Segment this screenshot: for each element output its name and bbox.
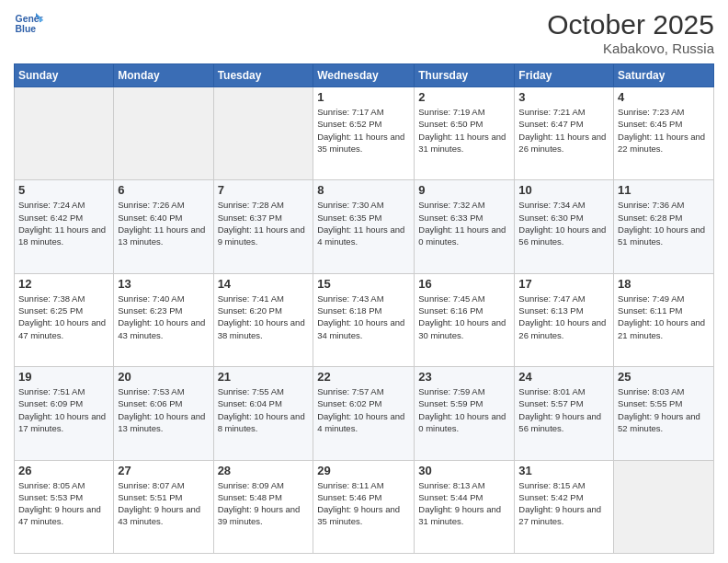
calendar-cell: 3Sunrise: 7:21 AMSunset: 6:47 PMDaylight…	[515, 87, 614, 180]
day-info: Sunrise: 8:05 AMSunset: 5:53 PMDaylight:…	[18, 479, 109, 528]
calendar-cell: 6Sunrise: 7:26 AMSunset: 6:40 PMDaylight…	[114, 180, 213, 273]
calendar-cell: 10Sunrise: 7:34 AMSunset: 6:30 PMDayligh…	[515, 180, 614, 273]
calendar-header-row: Sunday Monday Tuesday Wednesday Thursday…	[15, 64, 714, 87]
day-info: Sunrise: 7:17 AMSunset: 6:52 PMDaylight:…	[317, 106, 410, 155]
day-info: Sunrise: 7:51 AMSunset: 6:09 PMDaylight:…	[18, 385, 109, 434]
col-monday: Monday	[114, 64, 213, 87]
col-friday: Friday	[515, 64, 614, 87]
calendar-cell	[15, 87, 114, 180]
day-info: Sunrise: 8:09 AMSunset: 5:48 PMDaylight:…	[218, 479, 310, 528]
day-number: 18	[618, 277, 710, 291]
svg-text:Blue: Blue	[16, 24, 37, 34]
day-number: 3	[518, 90, 609, 104]
calendar-cell: 20Sunrise: 7:53 AMSunset: 6:06 PMDayligh…	[114, 367, 213, 460]
day-info: Sunrise: 7:45 AMSunset: 6:16 PMDaylight:…	[418, 293, 510, 341]
day-number: 2	[418, 90, 510, 104]
day-number: 7	[218, 183, 310, 197]
day-number: 5	[18, 183, 109, 197]
location-subtitle: Kabakovo, Russia	[547, 40, 714, 56]
calendar-week-5: 26Sunrise: 8:05 AMSunset: 5:53 PMDayligh…	[15, 460, 714, 553]
day-info: Sunrise: 7:23 AMSunset: 6:45 PMDaylight:…	[618, 106, 710, 155]
header: General Blue October 2025 Kabakovo, Russ…	[14, 9, 714, 56]
day-number: 13	[118, 277, 209, 291]
day-number: 12	[18, 277, 109, 291]
day-number: 20	[118, 370, 209, 384]
calendar-week-3: 12Sunrise: 7:38 AMSunset: 6:25 PMDayligh…	[15, 273, 714, 366]
day-number: 6	[118, 183, 209, 197]
day-number: 11	[618, 183, 710, 197]
calendar-cell: 15Sunrise: 7:43 AMSunset: 6:18 PMDayligh…	[313, 273, 415, 366]
day-info: Sunrise: 7:24 AMSunset: 6:42 PMDaylight:…	[18, 199, 109, 247]
calendar-cell: 16Sunrise: 7:45 AMSunset: 6:16 PMDayligh…	[415, 273, 515, 366]
day-number: 4	[618, 90, 710, 104]
calendar-cell	[213, 87, 313, 180]
day-number: 26	[18, 464, 109, 477]
calendar-cell: 21Sunrise: 7:55 AMSunset: 6:04 PMDayligh…	[213, 367, 313, 460]
day-info: Sunrise: 7:32 AMSunset: 6:33 PMDaylight:…	[418, 199, 510, 247]
title-section: October 2025 Kabakovo, Russia	[547, 9, 714, 56]
calendar-week-4: 19Sunrise: 7:51 AMSunset: 6:09 PMDayligh…	[15, 367, 714, 460]
day-number: 24	[518, 370, 609, 384]
calendar-cell: 30Sunrise: 8:13 AMSunset: 5:44 PMDayligh…	[415, 460, 515, 553]
day-number: 9	[418, 183, 510, 197]
col-thursday: Thursday	[415, 64, 515, 87]
calendar-cell: 26Sunrise: 8:05 AMSunset: 5:53 PMDayligh…	[15, 460, 114, 553]
col-sunday: Sunday	[15, 64, 114, 87]
calendar-cell: 24Sunrise: 8:01 AMSunset: 5:57 PMDayligh…	[515, 367, 614, 460]
calendar-cell: 25Sunrise: 8:03 AMSunset: 5:55 PMDayligh…	[614, 367, 714, 460]
calendar-cell: 5Sunrise: 7:24 AMSunset: 6:42 PMDaylight…	[15, 180, 114, 273]
day-info: Sunrise: 7:28 AMSunset: 6:37 PMDaylight:…	[218, 199, 310, 247]
day-number: 30	[418, 464, 510, 477]
calendar-week-1: 1Sunrise: 7:17 AMSunset: 6:52 PMDaylight…	[15, 87, 714, 180]
day-info: Sunrise: 8:11 AMSunset: 5:46 PMDaylight:…	[317, 479, 410, 528]
day-info: Sunrise: 7:40 AMSunset: 6:23 PMDaylight:…	[118, 293, 209, 341]
day-info: Sunrise: 7:19 AMSunset: 6:50 PMDaylight:…	[418, 106, 510, 155]
col-tuesday: Tuesday	[213, 64, 313, 87]
day-info: Sunrise: 8:07 AMSunset: 5:51 PMDaylight:…	[118, 479, 209, 528]
calendar-table: Sunday Monday Tuesday Wednesday Thursday…	[14, 63, 714, 554]
calendar-cell: 23Sunrise: 7:59 AMSunset: 5:59 PMDayligh…	[415, 367, 515, 460]
day-number: 10	[518, 183, 609, 197]
day-number: 25	[618, 370, 710, 384]
day-number: 1	[317, 90, 410, 104]
day-number: 17	[518, 277, 609, 291]
day-info: Sunrise: 7:43 AMSunset: 6:18 PMDaylight:…	[317, 293, 410, 341]
day-info: Sunrise: 8:15 AMSunset: 5:42 PMDaylight:…	[518, 479, 609, 528]
day-info: Sunrise: 7:57 AMSunset: 6:02 PMDaylight:…	[317, 385, 410, 434]
day-info: Sunrise: 7:30 AMSunset: 6:35 PMDaylight:…	[317, 199, 410, 247]
calendar-cell: 13Sunrise: 7:40 AMSunset: 6:23 PMDayligh…	[114, 273, 213, 366]
day-info: Sunrise: 7:53 AMSunset: 6:06 PMDaylight:…	[118, 385, 209, 434]
calendar-cell: 7Sunrise: 7:28 AMSunset: 6:37 PMDaylight…	[213, 180, 313, 273]
day-number: 22	[317, 370, 410, 384]
calendar-cell: 19Sunrise: 7:51 AMSunset: 6:09 PMDayligh…	[15, 367, 114, 460]
calendar-cell: 2Sunrise: 7:19 AMSunset: 6:50 PMDaylight…	[415, 87, 515, 180]
day-number: 28	[218, 464, 310, 477]
calendar-cell: 9Sunrise: 7:32 AMSunset: 6:33 PMDaylight…	[415, 180, 515, 273]
logo-icon: General Blue	[14, 9, 43, 39]
day-info: Sunrise: 7:49 AMSunset: 6:11 PMDaylight:…	[618, 293, 710, 341]
calendar-cell: 31Sunrise: 8:15 AMSunset: 5:42 PMDayligh…	[515, 460, 614, 553]
col-wednesday: Wednesday	[313, 64, 415, 87]
day-number: 31	[518, 464, 609, 477]
calendar-cell: 1Sunrise: 7:17 AMSunset: 6:52 PMDaylight…	[313, 87, 415, 180]
calendar-cell: 4Sunrise: 7:23 AMSunset: 6:45 PMDaylight…	[614, 87, 714, 180]
calendar-cell	[114, 87, 213, 180]
day-number: 8	[317, 183, 410, 197]
calendar-cell: 27Sunrise: 8:07 AMSunset: 5:51 PMDayligh…	[114, 460, 213, 553]
day-number: 27	[118, 464, 209, 477]
day-info: Sunrise: 8:03 AMSunset: 5:55 PMDaylight:…	[618, 385, 710, 434]
calendar-cell: 18Sunrise: 7:49 AMSunset: 6:11 PMDayligh…	[614, 273, 714, 366]
page: General Blue October 2025 Kabakovo, Russ…	[0, 0, 728, 563]
day-number: 19	[18, 370, 109, 384]
calendar-cell: 12Sunrise: 7:38 AMSunset: 6:25 PMDayligh…	[15, 273, 114, 366]
calendar-cell	[614, 460, 714, 553]
calendar-week-2: 5Sunrise: 7:24 AMSunset: 6:42 PMDaylight…	[15, 180, 714, 273]
calendar-cell: 14Sunrise: 7:41 AMSunset: 6:20 PMDayligh…	[213, 273, 313, 366]
day-info: Sunrise: 7:36 AMSunset: 6:28 PMDaylight:…	[618, 199, 710, 247]
day-info: Sunrise: 7:21 AMSunset: 6:47 PMDaylight:…	[518, 106, 609, 155]
day-number: 21	[218, 370, 310, 384]
day-info: Sunrise: 7:47 AMSunset: 6:13 PMDaylight:…	[518, 293, 609, 341]
calendar-cell: 11Sunrise: 7:36 AMSunset: 6:28 PMDayligh…	[614, 180, 714, 273]
calendar-cell: 28Sunrise: 8:09 AMSunset: 5:48 PMDayligh…	[213, 460, 313, 553]
day-info: Sunrise: 7:26 AMSunset: 6:40 PMDaylight:…	[118, 199, 209, 247]
